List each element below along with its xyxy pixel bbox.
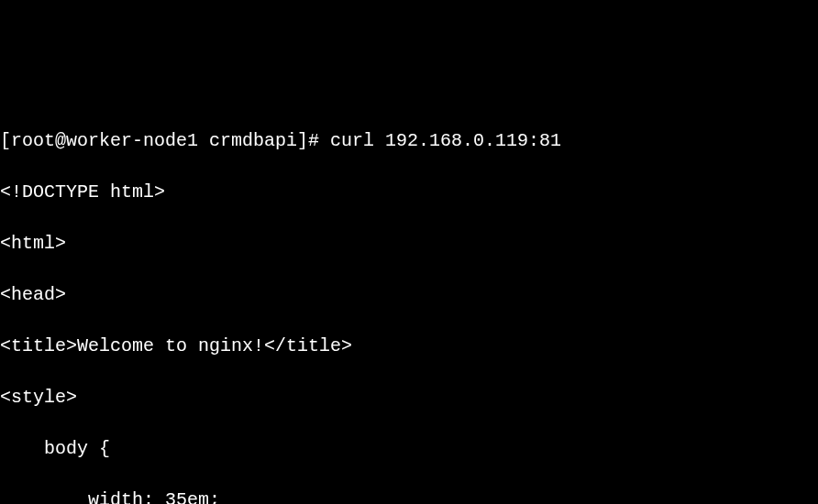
terminal-line: <title>Welcome to nginx!</title> <box>0 334 818 359</box>
terminal-output[interactable]: [root@worker-node1 crmdbapi]# curl 192.1… <box>0 103 818 504</box>
terminal-line: <html> <box>0 231 818 257</box>
terminal-line: [root@worker-node1 crmdbapi]# curl 192.1… <box>0 128 818 154</box>
terminal-line: <head> <box>0 282 818 308</box>
terminal-line: body { <box>0 436 818 462</box>
terminal-line: <!DOCTYPE html> <box>0 180 818 205</box>
terminal-line: <style> <box>0 385 818 411</box>
terminal-line: width: 35em; <box>0 488 818 504</box>
